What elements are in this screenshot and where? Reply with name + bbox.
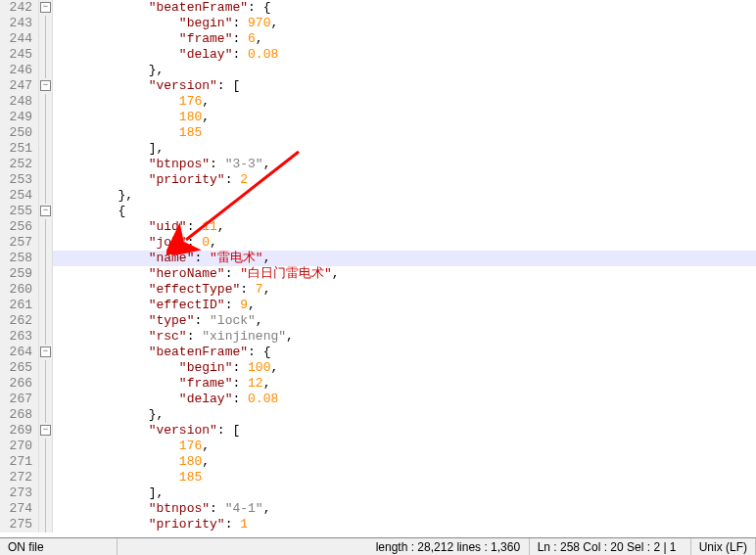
code-line[interactable]: 268 }, [0, 407, 756, 423]
code-line[interactable]: 248 176, [0, 94, 756, 110]
fold-gutter[interactable] [39, 486, 53, 501]
fold-gutter[interactable] [39, 298, 53, 313]
code-content[interactable]: 180, [53, 454, 756, 470]
code-content[interactable]: { [53, 204, 756, 219]
code-line[interactable]: 244 "frame": 6, [0, 31, 756, 47]
code-line[interactable]: 271 180, [0, 454, 756, 470]
code-line[interactable]: 258 "name": "雷电术", [0, 251, 756, 266]
fold-minus-icon[interactable]: − [40, 80, 51, 91]
code-content[interactable]: "effectID": 9, [53, 298, 756, 313]
code-content[interactable]: "delay": 0.08 [53, 47, 756, 63]
code-line[interactable]: 262 "type": "lock", [0, 313, 756, 329]
code-content[interactable]: "delay": 0.08 [53, 392, 756, 407]
code-line[interactable]: 247− "version": [ [0, 78, 756, 94]
code-content[interactable]: "version": [ [53, 423, 756, 439]
fold-gutter[interactable] [39, 360, 53, 376]
fold-gutter[interactable]: − [39, 423, 53, 439]
fold-gutter[interactable] [39, 407, 53, 423]
fold-minus-icon[interactable]: − [40, 206, 51, 216]
code-content[interactable]: "frame": 6, [53, 31, 756, 47]
code-line[interactable]: 267 "delay": 0.08 [0, 392, 756, 407]
code-content[interactable]: "frame": 12, [53, 376, 756, 392]
fold-gutter[interactable] [39, 376, 53, 392]
fold-gutter[interactable] [39, 266, 53, 282]
code-content[interactable]: "begin": 100, [53, 360, 756, 376]
fold-gutter[interactable] [39, 94, 53, 110]
fold-gutter[interactable] [39, 157, 53, 172]
code-line[interactable]: 270 176, [0, 439, 756, 454]
code-line[interactable]: 242− "beatenFrame": { [0, 0, 756, 16]
code-line[interactable]: 273 ], [0, 486, 756, 501]
fold-gutter[interactable] [39, 251, 53, 266]
fold-gutter[interactable] [39, 16, 53, 31]
code-content[interactable]: "job": 0, [53, 235, 756, 251]
code-content[interactable]: }, [53, 407, 756, 423]
fold-gutter[interactable]: − [39, 78, 53, 94]
code-line[interactable]: 260 "effectType": 7, [0, 282, 756, 298]
code-line[interactable]: 269− "version": [ [0, 423, 756, 439]
code-content[interactable]: "beatenFrame": { [53, 0, 756, 16]
code-line[interactable]: 250 185 [0, 125, 756, 141]
code-line[interactable]: 257 "job": 0, [0, 235, 756, 251]
code-content[interactable]: "begin": 970, [53, 16, 756, 31]
code-line[interactable]: 246 }, [0, 63, 756, 78]
code-line[interactable]: 255− { [0, 204, 756, 219]
code-line[interactable]: 266 "frame": 12, [0, 376, 756, 392]
code-content[interactable]: "name": "雷电术", [53, 251, 756, 266]
code-line[interactable]: 265 "begin": 100, [0, 360, 756, 376]
code-content[interactable]: "beatenFrame": { [53, 345, 756, 360]
code-content[interactable]: "version": [ [53, 78, 756, 94]
code-content[interactable]: 176, [53, 94, 756, 110]
fold-gutter[interactable] [39, 63, 53, 78]
fold-gutter[interactable]: − [39, 204, 53, 219]
code-content[interactable]: "heroName": "白日门雷电术", [53, 266, 756, 282]
code-content[interactable]: "btnpos": "3-3", [53, 157, 756, 172]
code-content[interactable]: "rsc": "xinjineng", [53, 329, 756, 345]
code-line[interactable]: 272 185 [0, 470, 756, 486]
fold-gutter[interactable] [39, 172, 53, 188]
fold-gutter[interactable]: − [39, 345, 53, 360]
fold-minus-icon[interactable]: − [40, 347, 51, 357]
code-line[interactable]: 254 }, [0, 188, 756, 204]
code-line[interactable]: 245 "delay": 0.08 [0, 47, 756, 63]
code-content[interactable]: 176, [53, 439, 756, 454]
code-content[interactable]: "priority": 2 [53, 172, 756, 188]
code-content[interactable]: "uid": 11, [53, 219, 756, 235]
fold-gutter[interactable] [39, 110, 53, 125]
fold-gutter[interactable]: − [39, 0, 53, 16]
fold-gutter[interactable] [39, 454, 53, 470]
code-line[interactable]: 256 "uid": 11, [0, 219, 756, 235]
code-content[interactable]: 185 [53, 470, 756, 486]
fold-gutter[interactable] [39, 235, 53, 251]
code-content[interactable]: "priority": 1 [53, 517, 756, 532]
code-content[interactable]: 185 [53, 125, 756, 141]
code-content[interactable]: 180, [53, 110, 756, 125]
fold-gutter[interactable] [39, 470, 53, 486]
fold-gutter[interactable] [39, 188, 53, 204]
fold-gutter[interactable] [39, 392, 53, 407]
fold-gutter[interactable] [39, 501, 53, 517]
code-line[interactable]: 275 "priority": 1 [0, 517, 756, 532]
fold-gutter[interactable] [39, 125, 53, 141]
code-line[interactable]: 249 180, [0, 110, 756, 125]
code-editor[interactable]: 242− "beatenFrame": {243 "begin": 970,24… [0, 0, 756, 537]
code-line[interactable]: 261 "effectID": 9, [0, 298, 756, 313]
fold-gutter[interactable] [39, 313, 53, 329]
code-content[interactable]: }, [53, 63, 756, 78]
fold-gutter[interactable] [39, 329, 53, 345]
fold-gutter[interactable] [39, 141, 53, 157]
fold-gutter[interactable] [39, 219, 53, 235]
code-line[interactable]: 274 "btnpos": "4-1", [0, 501, 756, 517]
code-line[interactable]: 251 ], [0, 141, 756, 157]
fold-minus-icon[interactable]: − [40, 425, 51, 436]
code-line[interactable]: 252 "btnpos": "3-3", [0, 157, 756, 172]
code-content[interactable]: "type": "lock", [53, 313, 756, 329]
fold-minus-icon[interactable]: − [40, 2, 51, 13]
code-content[interactable]: "btnpos": "4-1", [53, 501, 756, 517]
code-content[interactable]: ], [53, 141, 756, 157]
fold-gutter[interactable] [39, 282, 53, 298]
fold-gutter[interactable] [39, 439, 53, 454]
fold-gutter[interactable] [39, 31, 53, 47]
code-line[interactable]: 253 "priority": 2 [0, 172, 756, 188]
code-line[interactable]: 259 "heroName": "白日门雷电术", [0, 266, 756, 282]
